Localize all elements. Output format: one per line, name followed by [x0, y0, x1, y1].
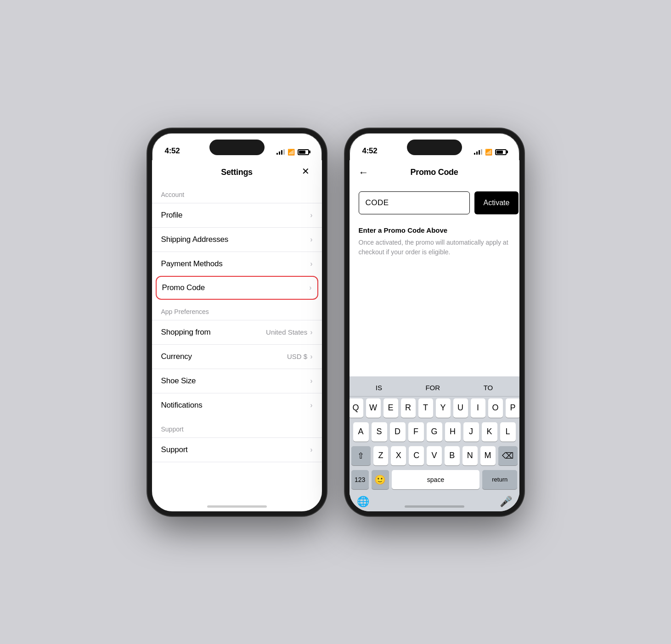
home-indicator-right: [405, 505, 464, 508]
globe-icon[interactable]: 🌐: [357, 496, 369, 508]
activate-button[interactable]: Activate: [474, 191, 519, 214]
chevron-right-icon: ›: [310, 235, 312, 244]
key-f[interactable]: F: [408, 422, 424, 442]
promo-hint-desc: Once activated, the promo will automatic…: [350, 238, 519, 257]
delete-key[interactable]: ⌫: [498, 446, 518, 465]
chevron-right-icon: ›: [310, 211, 312, 219]
key-u[interactable]: U: [453, 398, 468, 418]
key-j[interactable]: J: [463, 422, 479, 442]
chevron-right-icon: ›: [310, 328, 312, 336]
key-e[interactable]: E: [383, 398, 398, 418]
payment-right: ›: [310, 260, 312, 268]
return-key[interactable]: return: [482, 470, 517, 489]
sidebar-item-shoe-size[interactable]: Shoe Size ›: [152, 369, 322, 393]
numbers-key[interactable]: 123: [351, 470, 369, 489]
shopping-from-value: United States: [266, 328, 307, 336]
promo-header: ← Promo Code: [350, 160, 519, 184]
left-phone: 4:52 📶 Settings ✕ Accoun: [147, 129, 327, 516]
profile-label: Profile: [161, 211, 183, 220]
key-a[interactable]: A: [353, 422, 369, 442]
sidebar-item-notifications[interactable]: Notifications ›: [152, 393, 322, 417]
close-icon: ✕: [302, 167, 310, 176]
key-row-4: 123 🙂 space return: [351, 470, 518, 489]
app-prefs-section-label: App Preferences: [152, 300, 322, 320]
key-g[interactable]: G: [427, 422, 442, 442]
shipping-label: Shipping Addresses: [161, 235, 229, 244]
sidebar-item-profile[interactable]: Profile ›: [152, 203, 322, 227]
settings-title: Settings: [221, 168, 253, 177]
status-time-right: 4:52: [362, 146, 378, 156]
promo-label: Promo Code: [162, 283, 205, 292]
settings-header: Settings ✕: [152, 160, 322, 183]
wifi-icon-right: 📶: [485, 149, 492, 156]
key-p[interactable]: P: [506, 398, 519, 418]
shift-key[interactable]: ⇧: [351, 446, 371, 465]
emoji-key[interactable]: 🙂: [372, 470, 389, 489]
shopping-from-label: Shopping from: [161, 328, 211, 337]
settings-scroll[interactable]: Account Profile › Shipping Addresses › P…: [152, 183, 322, 511]
chevron-right-icon: ›: [310, 377, 312, 385]
signal-icon-left: [276, 149, 285, 155]
keyboard-rows: Q W E R T Y U I O P A S: [350, 397, 519, 496]
key-o[interactable]: O: [488, 398, 503, 418]
key-m[interactable]: M: [480, 446, 496, 465]
shoe-size-right: ›: [310, 377, 312, 385]
keyboard: IS FOR TO Q W E R T Y U I O: [350, 376, 519, 511]
key-y[interactable]: Y: [436, 398, 451, 418]
key-n[interactable]: N: [462, 446, 478, 465]
key-c[interactable]: C: [409, 446, 424, 465]
sidebar-item-shipping[interactable]: Shipping Addresses ›: [152, 227, 322, 252]
suggestion-for[interactable]: FOR: [422, 383, 444, 392]
space-key[interactable]: space: [392, 470, 479, 489]
promo-input-row: Activate: [350, 184, 519, 219]
keyboard-suggestions: IS FOR TO: [350, 380, 519, 397]
close-button[interactable]: ✕: [299, 164, 313, 178]
promo-code-input[interactable]: [359, 191, 470, 214]
key-q[interactable]: Q: [350, 398, 363, 418]
shipping-right: ›: [310, 235, 312, 244]
promo-screen: ← Promo Code Activate Enter a Promo Code…: [350, 160, 519, 511]
key-l[interactable]: L: [500, 422, 516, 442]
account-section-label: Account: [152, 183, 322, 203]
payment-label: Payment Methods: [161, 259, 223, 269]
sidebar-item-support[interactable]: Support ›: [152, 437, 322, 462]
mic-icon[interactable]: 🎤: [500, 496, 512, 508]
currency-value: USD $: [287, 353, 307, 360]
key-z[interactable]: Z: [373, 446, 389, 465]
dynamic-island-left: [209, 140, 265, 155]
notifications-right: ›: [310, 401, 312, 409]
key-t[interactable]: T: [418, 398, 433, 418]
key-b[interactable]: B: [445, 446, 460, 465]
chevron-right-icon: ›: [310, 260, 312, 268]
promo-right: ›: [309, 284, 311, 292]
key-k[interactable]: K: [482, 422, 497, 442]
promo-hint-title: Enter a Promo Code Above: [350, 219, 519, 238]
support-right: ›: [310, 446, 312, 454]
settings-screen: Settings ✕ Account Profile › Shipping Ad: [152, 160, 322, 511]
currency-label: Currency: [161, 352, 192, 361]
key-r[interactable]: R: [401, 398, 416, 418]
key-row-2: A S D F G H J K L: [351, 422, 518, 442]
key-d[interactable]: D: [390, 422, 406, 442]
shopping-from-right: United States ›: [266, 328, 312, 336]
promo-screen-title: Promo Code: [410, 168, 458, 177]
chevron-right-icon: ›: [310, 353, 312, 361]
sidebar-item-promo[interactable]: Promo Code ›: [156, 276, 318, 300]
key-s[interactable]: S: [372, 422, 387, 442]
suggestion-to[interactable]: TO: [480, 383, 497, 392]
sidebar-item-payment[interactable]: Payment Methods ›: [152, 252, 322, 276]
back-button[interactable]: ←: [359, 167, 369, 179]
key-i[interactable]: I: [471, 398, 485, 418]
sidebar-item-shopping-from[interactable]: Shopping from United States ›: [152, 320, 322, 344]
support-section-label: Support: [152, 417, 322, 437]
currency-right: USD $ ›: [287, 353, 313, 361]
key-v[interactable]: V: [427, 446, 442, 465]
key-h[interactable]: H: [445, 422, 461, 442]
key-x[interactable]: X: [391, 446, 406, 465]
shoe-size-label: Shoe Size: [161, 376, 196, 386]
suggestion-is[interactable]: IS: [372, 383, 386, 392]
key-w[interactable]: W: [366, 398, 381, 418]
dynamic-island-right: [407, 140, 462, 155]
keyboard-bottom-row: 🌐 🎤: [350, 496, 519, 511]
sidebar-item-currency[interactable]: Currency USD $ ›: [152, 344, 322, 369]
